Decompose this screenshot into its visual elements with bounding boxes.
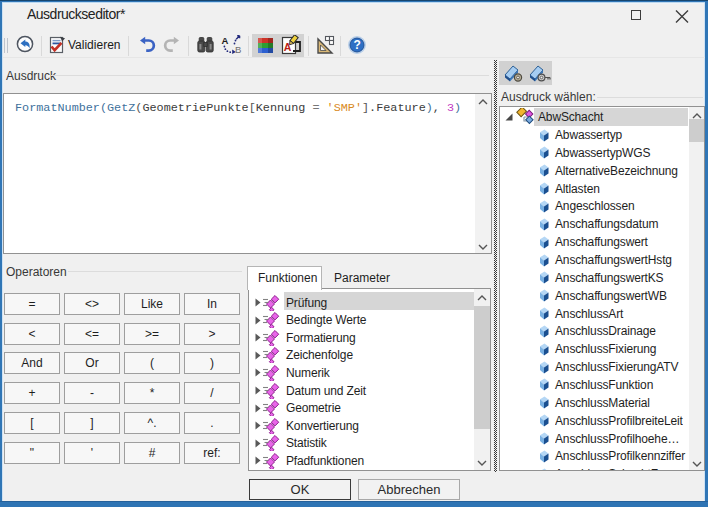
svg-text:A: A xyxy=(222,35,229,46)
svg-text:B: B xyxy=(235,44,241,54)
svg-text:?: ? xyxy=(354,38,361,52)
